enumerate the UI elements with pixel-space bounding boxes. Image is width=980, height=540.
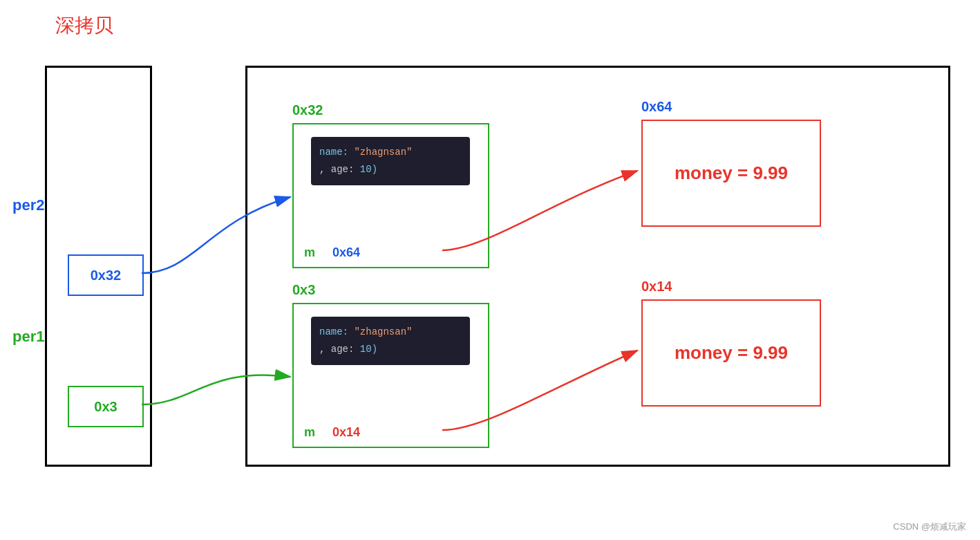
watermark: CSDN @烦减玩家 bbox=[893, 521, 966, 533]
per1-label: per1 bbox=[12, 328, 44, 346]
bottom-obj-footer: m 0x14 bbox=[304, 425, 360, 440]
bottom-code-snippet: name: "zhagnsan" , age: 10) bbox=[311, 317, 470, 365]
bottom-age-value: 10) bbox=[360, 344, 377, 355]
top-m-label: m bbox=[304, 245, 315, 259]
bottom-m-label: m bbox=[304, 425, 315, 439]
top-money-box: money = 9.99 bbox=[641, 120, 821, 227]
top-obj-footer: m 0x64 bbox=[304, 245, 360, 260]
top-code-line-name: name: "zhagnsan" bbox=[319, 144, 462, 161]
per2-value: 0x32 bbox=[91, 268, 122, 283]
top-age-value: 10) bbox=[360, 164, 377, 175]
bottom-money-box: money = 9.99 bbox=[641, 299, 821, 407]
page-title: 深拷贝 bbox=[55, 12, 113, 39]
bottom-name-value: "zhagnsan" bbox=[354, 326, 412, 337]
bottom-name-key: name: bbox=[319, 326, 348, 337]
top-money-address: 0x64 bbox=[641, 99, 672, 115]
bottom-money-address: 0x14 bbox=[641, 279, 672, 295]
top-code-snippet: name: "zhagnsan" , age: 10) bbox=[311, 137, 470, 185]
top-name-key: name: bbox=[319, 147, 348, 158]
bottom-m-address: 0x14 bbox=[332, 425, 360, 439]
per2-label: per2 bbox=[12, 196, 44, 214]
bottom-age-key: , age: bbox=[319, 344, 354, 355]
top-money-text: money = 9.99 bbox=[675, 162, 788, 184]
top-m-address: 0x64 bbox=[332, 245, 360, 259]
per1-box: 0x3 bbox=[68, 386, 144, 427]
bottom-code-line-name: name: "zhagnsan" bbox=[319, 324, 462, 341]
top-obj-box: name: "zhagnsan" , age: 10) m 0x64 bbox=[292, 123, 489, 268]
bottom-money-text: money = 9.99 bbox=[675, 342, 788, 364]
top-age-key: , age: bbox=[319, 164, 354, 175]
bottom-code-line-age: , age: 10) bbox=[319, 341, 462, 358]
top-obj-address: 0x32 bbox=[292, 102, 323, 118]
bottom-obj-address: 0x3 bbox=[292, 282, 315, 298]
top-name-value: "zhagnsan" bbox=[354, 147, 412, 158]
per1-value: 0x3 bbox=[94, 399, 117, 415]
main-box: 0x32 name: "zhagnsan" , age: 10) m 0x64 … bbox=[245, 66, 950, 467]
top-code-line-age: , age: 10) bbox=[319, 161, 462, 178]
per2-box: 0x32 bbox=[68, 254, 144, 296]
stack-container: 0x32 0x3 bbox=[45, 66, 152, 467]
bottom-obj-box: name: "zhagnsan" , age: 10) m 0x14 bbox=[292, 303, 489, 448]
